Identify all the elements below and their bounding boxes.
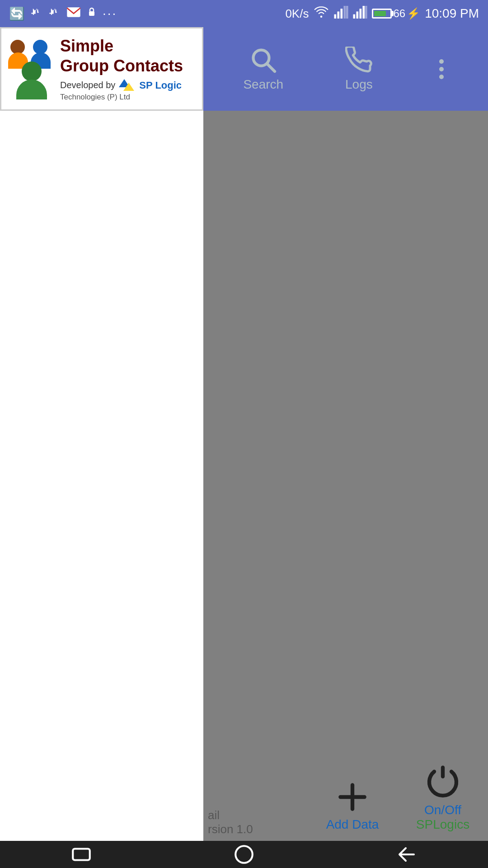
app-logo: Simple Group Contacts Developed by SP Lo…: [0, 27, 203, 111]
svg-rect-6: [346, 6, 348, 19]
splogic-brand: SP Logic: [119, 79, 182, 92]
arrow-yellow-icon: [123, 83, 134, 91]
phone-logs-icon: [345, 47, 372, 74]
person3-body-icon: [16, 80, 47, 99]
app-title: Simple Group Contacts: [60, 36, 195, 75]
status-right-info: 0K/s: [285, 6, 479, 22]
splogic-text: SP Logic: [139, 80, 182, 91]
svg-rect-3: [338, 11, 340, 19]
svg-rect-8: [357, 11, 359, 19]
wifi-icon: [313, 6, 329, 22]
toolbar-actions: Search Logs: [203, 47, 488, 92]
home-button[interactable]: [230, 845, 258, 863]
svg-rect-5: [344, 6, 346, 19]
svg-rect-14: [73, 849, 90, 860]
clock: 10:09 PM: [425, 6, 479, 21]
svg-rect-9: [360, 9, 362, 19]
svg-rect-11: [365, 6, 367, 19]
search-label: Search: [243, 77, 283, 92]
brand-sub-text: Technologies (P) Ltd: [60, 93, 195, 102]
add-data-button[interactable]: Add Data: [307, 762, 398, 841]
logo-text-area: Simple Group Contacts Developed by SP Lo…: [60, 36, 195, 101]
svg-rect-0: [67, 7, 80, 17]
sync-icon: 🔄: [9, 6, 25, 21]
navigation-bar: [0, 841, 488, 868]
splogics-label: SPLogics: [416, 817, 469, 832]
dot-3: [439, 75, 444, 79]
footer-action-buttons: Add Data On/Off SPLogics: [307, 762, 488, 841]
gmail-icon: [66, 6, 81, 22]
footer-partial-text: ail rsion 1.0: [0, 808, 253, 841]
signal-bars-2: [353, 6, 367, 22]
right-panel: [203, 111, 488, 841]
battery-indicator: 66 ⚡: [372, 7, 420, 20]
recents-button[interactable]: [68, 845, 95, 863]
svg-line-13: [267, 64, 275, 71]
person2-head-icon: [33, 40, 47, 54]
dot-1: [439, 59, 444, 64]
person1-head-icon: [10, 40, 25, 54]
svg-rect-7: [353, 14, 356, 18]
logs-label: Logs: [345, 77, 373, 92]
battery-level: 66: [393, 7, 405, 20]
logs-button[interactable]: Logs: [345, 47, 373, 92]
splogic-arrows-icon: [119, 79, 137, 92]
svg-rect-2: [334, 14, 337, 18]
on-off-label: On/Off: [424, 803, 461, 817]
developer-line: Developed by SP Logic: [60, 79, 195, 92]
usb-icon-2: [48, 6, 61, 22]
left-panel: [0, 111, 203, 841]
partial-label: ail: [208, 808, 253, 822]
signal-bars-1: [334, 6, 348, 22]
lock-icon: [86, 6, 97, 22]
svg-rect-4: [341, 9, 343, 19]
charging-icon: ⚡: [407, 7, 420, 20]
search-button[interactable]: Search: [243, 47, 283, 92]
more-options-button[interactable]: [435, 55, 448, 84]
svg-rect-1: [89, 11, 94, 16]
add-icon: [332, 777, 373, 817]
dot-2: [439, 67, 444, 71]
logo-people-icons: [8, 40, 60, 99]
back-button[interactable]: [393, 845, 420, 863]
svg-point-15: [235, 846, 253, 863]
network-speed: 0K/s: [285, 7, 309, 21]
power-icon: [422, 762, 463, 803]
person3-head-icon: [22, 61, 42, 81]
search-icon: [250, 47, 277, 74]
add-data-label: Add Data: [326, 817, 379, 832]
usb-icon: [30, 6, 43, 22]
toolbar: Simple Group Contacts Developed by SP Lo…: [0, 27, 488, 111]
main-content: [0, 111, 488, 841]
version-label: rsion 1.0: [208, 822, 253, 836]
developed-by-text: Developed by: [60, 80, 115, 90]
svg-rect-10: [363, 6, 365, 19]
bottom-footer: ail rsion 1.0 Add Data On/Off SPLogics: [0, 757, 488, 841]
more-dots-icon: ···: [103, 6, 117, 21]
on-off-button[interactable]: On/Off SPLogics: [398, 762, 488, 841]
status-left-icons: 🔄 ···: [9, 6, 117, 22]
status-bar: 🔄 ··· 0K/s: [0, 0, 488, 27]
